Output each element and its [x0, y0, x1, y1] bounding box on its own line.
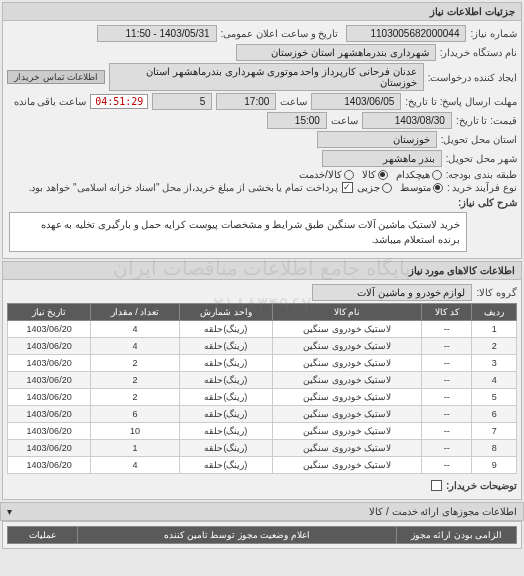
goods-header-row: ردیف کد کالا نام کالا واحد شمارش تعداد /…: [8, 304, 517, 321]
table-row[interactable]: 9--لاستیک خودروی سنگین(رینگ)حلقه41403/06…: [8, 457, 517, 474]
col-qty: تعداد / مقدار: [91, 304, 180, 321]
buy-type-radio-group: متوسط جزیی: [357, 182, 443, 193]
quote-label: قیمت: تا تاریخ:: [456, 115, 517, 126]
radio-icon: [433, 183, 443, 193]
deadline-time: 17:00: [216, 93, 276, 110]
cell-qty: 4: [91, 457, 180, 474]
cell-date: 1403/06/20: [8, 338, 91, 355]
cell-name: لاستیک خودروی سنگین: [272, 338, 421, 355]
cell-code: --: [422, 321, 472, 338]
budget-label: طبقه بندی بودجه:: [446, 169, 517, 180]
cell-unit: (رینگ)حلقه: [179, 440, 272, 457]
province-value: خوزستان: [317, 131, 437, 148]
budget-opt-none[interactable]: هیچکدام: [396, 169, 442, 180]
requester-value: عدنان فرحانی کارپرداز واحد موتوری شهردار…: [109, 63, 424, 91]
deadline-label: مهلت ارسال پاسخ: تا تاریخ:: [405, 96, 517, 107]
need-details-panel: جزئیات اطلاعات نیاز شماره نیاز: 11030056…: [2, 2, 522, 259]
buy-opt-medium[interactable]: متوسط: [400, 182, 443, 193]
radio-icon: [344, 170, 354, 180]
cell-code: --: [422, 423, 472, 440]
extension-days: 5: [152, 93, 212, 110]
requester-label: ایجاد کننده درخواست:: [428, 72, 517, 83]
cell-n: 5: [472, 389, 517, 406]
permits-panel: الزامی بودن ارائه مجوز اعلام وضعیت مجوز …: [2, 521, 522, 549]
cell-qty: 2: [91, 372, 180, 389]
cell-unit: (رینگ)حلقه: [179, 406, 272, 423]
cell-name: لاستیک خودروی سنگین: [272, 355, 421, 372]
province-label: استان محل تحویل:: [441, 134, 517, 145]
deadline-date: 1403/06/05: [311, 93, 401, 110]
cell-unit: (رینگ)حلقه: [179, 321, 272, 338]
budget-radio-group: هیچکدام کالا کالا/خدمت: [299, 169, 442, 180]
table-row[interactable]: 1--لاستیک خودروی سنگین(رینگ)حلقه41403/06…: [8, 321, 517, 338]
req-no-label: شماره نیاز:: [470, 28, 517, 39]
radio-icon: [378, 170, 388, 180]
cell-name: لاستیک خودروی سنگین: [272, 389, 421, 406]
cell-date: 1403/06/20: [8, 389, 91, 406]
buyer-note-checkbox[interactable]: [431, 480, 442, 491]
col-date: تاریخ نیاز: [8, 304, 91, 321]
cell-code: --: [422, 355, 472, 372]
cell-n: 2: [472, 338, 517, 355]
cell-n: 7: [472, 423, 517, 440]
col-ops: عملیات: [8, 527, 78, 544]
cell-name: لاستیک خودروی سنگین: [272, 457, 421, 474]
permits-title: اطلاعات مجوزهای ارائه خدمت / کالا: [369, 506, 517, 517]
cell-date: 1403/06/20: [8, 321, 91, 338]
buyer-note-label: توضیحات خریدار:: [446, 478, 517, 493]
treasury-checkbox[interactable]: [342, 182, 353, 193]
table-row[interactable]: 4--لاستیک خودروی سنگین(رینگ)حلقه21403/06…: [8, 372, 517, 389]
cell-code: --: [422, 440, 472, 457]
cell-unit: (رینگ)حلقه: [179, 389, 272, 406]
cell-unit: (رینگ)حلقه: [179, 457, 272, 474]
radio-icon: [382, 183, 392, 193]
cell-name: لاستیک خودروی سنگین: [272, 372, 421, 389]
cell-qty: 2: [91, 355, 180, 372]
buy-opt-minor[interactable]: جزیی: [357, 182, 392, 193]
table-row[interactable]: 7--لاستیک خودروی سنگین(رینگ)حلقه101403/0…: [8, 423, 517, 440]
remaining-timer: 04:51:29: [90, 94, 148, 109]
cell-qty: 2: [91, 389, 180, 406]
announce-value: 1403/05/31 - 11:50: [97, 25, 217, 42]
goods-table: ردیف کد کالا نام کالا واحد شمارش تعداد /…: [7, 303, 517, 474]
cell-unit: (رینگ)حلقه: [179, 423, 272, 440]
cell-name: لاستیک خودروی سنگین: [272, 406, 421, 423]
permits-header[interactable]: اطلاعات مجوزهای ارائه خدمت / کالا ▾: [0, 502, 524, 521]
col-required: الزامی بودن ارائه مجوز: [397, 527, 517, 544]
chevron-down-icon: ▾: [7, 506, 12, 517]
cell-name: لاستیک خودروی سنگین: [272, 321, 421, 338]
goods-title: اطلاعات کالاهای مورد نیاز: [3, 262, 521, 280]
cell-code: --: [422, 372, 472, 389]
req-no-value: 1103005682000044: [346, 25, 466, 42]
col-name: نام کالا: [272, 304, 421, 321]
permits-table: الزامی بودن ارائه مجوز اعلام وضعیت مجوز …: [7, 526, 517, 544]
radio-icon: [432, 170, 442, 180]
cell-qty: 10: [91, 423, 180, 440]
budget-opt-goods-service[interactable]: کالا/خدمت: [299, 169, 354, 180]
cell-n: 8: [472, 440, 517, 457]
col-unit: واحد شمارش: [179, 304, 272, 321]
summary-label: شرح کلی نیاز:: [471, 195, 517, 210]
panel-title: جزئیات اطلاعات نیاز: [3, 3, 521, 21]
table-row[interactable]: 2--لاستیک خودروی سنگین(رینگ)حلقه41403/06…: [8, 338, 517, 355]
quote-time: 15:00: [267, 112, 327, 129]
cell-code: --: [422, 406, 472, 423]
cell-unit: (رینگ)حلقه: [179, 338, 272, 355]
table-row[interactable]: 6--لاستیک خودروی سنگین(رینگ)حلقه61403/06…: [8, 406, 517, 423]
cell-date: 1403/06/20: [8, 440, 91, 457]
quote-date: 1403/08/30: [362, 112, 452, 129]
time-label-2: ساعت: [331, 115, 358, 126]
cell-code: --: [422, 338, 472, 355]
cell-n: 4: [472, 372, 517, 389]
cell-n: 1: [472, 321, 517, 338]
table-row[interactable]: 8--لاستیک خودروی سنگین(رینگ)حلقه11403/06…: [8, 440, 517, 457]
announce-label: تاریخ و ساعت اعلان عمومی:: [221, 28, 339, 39]
cell-qty: 4: [91, 338, 180, 355]
budget-opt-goods[interactable]: کالا: [362, 169, 388, 180]
table-row[interactable]: 5--لاستیک خودروی سنگین(رینگ)حلقه21403/06…: [8, 389, 517, 406]
contact-buyer-button[interactable]: اطلاعات تماس خریدار: [7, 70, 105, 84]
cell-date: 1403/06/20: [8, 406, 91, 423]
buyer-label: نام دستگاه خریدار:: [440, 47, 517, 58]
city-label: شهر محل تحویل:: [446, 153, 517, 164]
table-row[interactable]: 3--لاستیک خودروی سنگین(رینگ)حلقه21403/06…: [8, 355, 517, 372]
